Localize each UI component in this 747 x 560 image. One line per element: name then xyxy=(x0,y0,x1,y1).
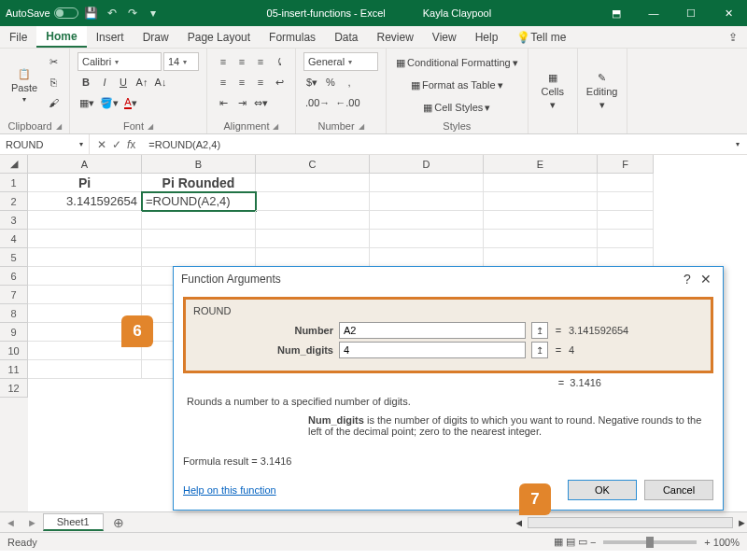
cell[interactable] xyxy=(142,211,256,230)
font-size-combo[interactable]: 14▾ xyxy=(163,52,199,71)
row-header[interactable]: 9 xyxy=(0,323,28,342)
cell[interactable] xyxy=(484,174,598,192)
copy-button[interactable]: ⎘ xyxy=(45,73,62,91)
tab-page-layout[interactable]: Page Layout xyxy=(178,26,260,48)
cell[interactable] xyxy=(598,174,654,192)
tab-view[interactable]: View xyxy=(423,26,466,48)
tab-home[interactable]: Home xyxy=(36,26,86,48)
editing-button[interactable]: ✎Editing▾ xyxy=(585,52,619,130)
close-icon[interactable]: ✕ xyxy=(710,0,747,26)
row-header[interactable]: 10 xyxy=(0,342,28,360)
conditional-formatting-button[interactable]: ▦ Conditional Formatting ▾ xyxy=(394,52,520,73)
fx-icon[interactable]: fx xyxy=(127,138,135,151)
cells-button[interactable]: ▦Cells▾ xyxy=(536,52,570,130)
zoom-level[interactable]: 100% xyxy=(713,537,740,548)
decrease-decimal-button[interactable]: ←.00 xyxy=(333,93,361,112)
tab-review[interactable]: Review xyxy=(367,26,422,48)
cell[interactable] xyxy=(484,248,598,267)
maximize-icon[interactable]: ☐ xyxy=(672,0,710,26)
tab-data[interactable]: Data xyxy=(325,26,367,48)
tab-help[interactable]: Help xyxy=(466,26,508,48)
cell[interactable] xyxy=(28,248,142,267)
cell[interactable] xyxy=(256,230,370,248)
sheet-nav-next-icon[interactable]: ► xyxy=(21,517,43,528)
autosave-toggle[interactable]: AutoSave xyxy=(6,7,78,19)
increase-indent-button[interactable]: ⇥ xyxy=(233,93,250,112)
cell[interactable] xyxy=(370,192,484,211)
cell[interactable] xyxy=(370,248,484,267)
redo-icon[interactable]: ↷ xyxy=(125,6,140,21)
tell-me[interactable]: 💡 Tell me xyxy=(507,26,575,48)
cell[interactable] xyxy=(28,360,142,379)
dialog-launcher-icon[interactable]: ◢ xyxy=(359,122,364,131)
cell[interactable] xyxy=(142,230,256,248)
cell[interactable] xyxy=(598,211,654,230)
align-left-button[interactable]: ≡ xyxy=(215,73,232,91)
zoom-slider[interactable] xyxy=(603,540,697,544)
dialog-launcher-icon[interactable]: ◢ xyxy=(273,122,278,131)
tab-draw[interactable]: Draw xyxy=(134,26,178,48)
wrap-text-button[interactable]: ↩ xyxy=(271,73,288,91)
cell[interactable] xyxy=(484,192,598,211)
shrink-font-button[interactable]: A↓ xyxy=(152,73,169,91)
format-as-table-button[interactable]: ▦ Format as Table ▾ xyxy=(394,75,520,95)
tab-formulas[interactable]: Formulas xyxy=(260,26,325,48)
name-box[interactable]: ROUND▾ xyxy=(0,134,90,154)
cell[interactable] xyxy=(370,230,484,248)
col-header[interactable]: E xyxy=(484,155,598,174)
cell[interactable] xyxy=(28,267,142,286)
ok-button[interactable]: OK xyxy=(568,480,637,500)
row-header[interactable]: 8 xyxy=(0,304,28,323)
align-middle-button[interactable]: ≡ xyxy=(233,52,250,71)
decrease-indent-button[interactable]: ⇤ xyxy=(215,93,232,112)
cell[interactable] xyxy=(256,192,370,211)
row-header[interactable]: 1 xyxy=(0,174,28,192)
horizontal-scrollbar[interactable] xyxy=(528,517,733,528)
row-header[interactable]: 12 xyxy=(0,379,28,398)
percent-button[interactable]: % xyxy=(322,73,339,91)
expand-formula-bar-icon[interactable]: ▾ xyxy=(728,140,747,148)
col-header[interactable]: A xyxy=(28,155,142,174)
range-selector-icon[interactable]: ↥ xyxy=(531,342,548,358)
cell[interactable] xyxy=(28,211,142,230)
sheet-nav-prev-icon[interactable]: ◄ xyxy=(0,517,21,528)
bold-button[interactable]: B xyxy=(78,73,94,91)
save-icon[interactable]: 💾 xyxy=(84,6,99,21)
cell[interactable] xyxy=(370,211,484,230)
font-name-combo[interactable]: Calibri▾ xyxy=(78,52,162,71)
cell[interactable] xyxy=(256,211,370,230)
close-icon[interactable]: ✕ xyxy=(697,272,715,287)
font-color-button[interactable]: A▾ xyxy=(122,93,139,112)
fill-color-button[interactable]: 🪣▾ xyxy=(98,93,120,112)
increase-decimal-button[interactable]: .00→ xyxy=(303,93,331,112)
hscroll-right-icon[interactable]: ► xyxy=(737,517,747,528)
arg-numdigits-input[interactable] xyxy=(339,342,526,358)
border-button[interactable]: ▦▾ xyxy=(78,93,96,112)
tab-file[interactable]: File xyxy=(0,26,36,48)
tab-insert[interactable]: Insert xyxy=(87,26,134,48)
row-header[interactable]: 2 xyxy=(0,192,28,211)
dialog-launcher-icon[interactable]: ◢ xyxy=(148,122,153,131)
cell[interactable] xyxy=(484,230,598,248)
zoom-in-icon[interactable]: + xyxy=(704,537,710,548)
hscroll-left-icon[interactable]: ◄ xyxy=(514,517,524,528)
help-link[interactable]: Help on this function xyxy=(183,484,276,496)
col-header[interactable]: D xyxy=(370,155,484,174)
view-page-layout-icon[interactable]: ▤ xyxy=(566,536,575,548)
minimize-icon[interactable]: — xyxy=(635,0,672,26)
new-sheet-icon[interactable]: ⊕ xyxy=(104,515,134,530)
sheet-tab[interactable]: Sheet1 xyxy=(43,513,104,531)
col-header[interactable]: C xyxy=(256,155,370,174)
share-button[interactable]: ⇪ xyxy=(719,26,747,48)
merge-button[interactable]: ⇔▾ xyxy=(252,93,270,112)
row-header[interactable]: 3 xyxy=(0,211,28,230)
row-header[interactable]: 4 xyxy=(0,230,28,248)
cell-styles-button[interactable]: ▦ Cell Styles ▾ xyxy=(394,97,520,118)
cell-a2[interactable]: 3.141592654 xyxy=(28,192,142,211)
row-header[interactable]: 7 xyxy=(0,286,28,304)
cell[interactable] xyxy=(28,286,142,304)
accounting-button[interactable]: $▾ xyxy=(303,73,320,91)
format-painter-button[interactable]: 🖌 xyxy=(45,93,62,112)
cell[interactable] xyxy=(256,174,370,192)
italic-button[interactable]: I xyxy=(96,73,113,91)
